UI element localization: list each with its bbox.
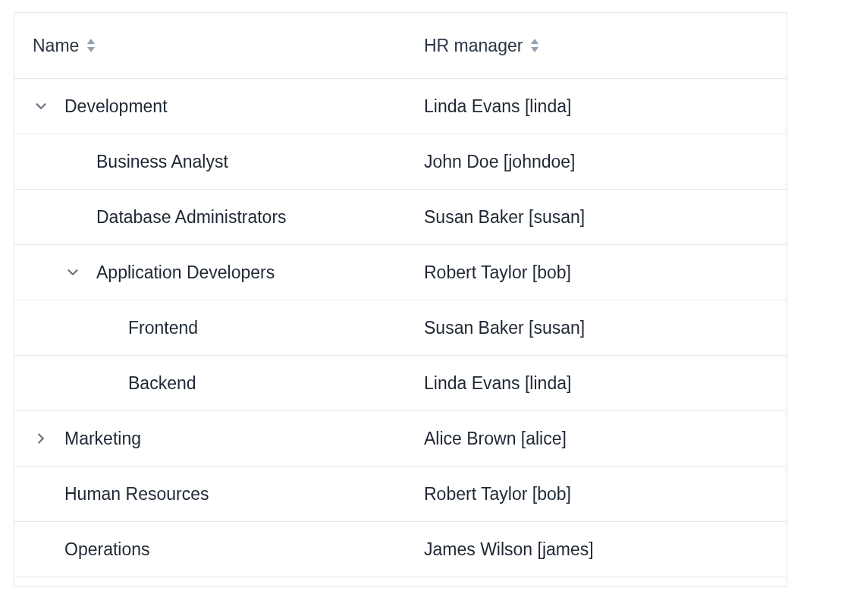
tree-row[interactable]: Database Administrators Susan Baker [sus… (14, 190, 786, 245)
chevron-down-icon[interactable] (64, 264, 81, 281)
tree-row-name: Human Resources (64, 484, 209, 504)
tree-row[interactable]: Development Linda Evans [linda] (14, 79, 786, 134)
chevron-down-icon[interactable] (33, 98, 49, 115)
tree-row[interactable]: Frontend Susan Baker [susan] (14, 300, 786, 356)
tree-row-hr-manager: Susan Baker [susan] (424, 318, 585, 338)
tree-row-name: Development (64, 96, 168, 117)
sort-icon (530, 39, 539, 52)
tree-row-name: Operations (64, 539, 150, 560)
tree-row-hr-manager: Linda Evans [linda] (424, 96, 571, 117)
tree-row-name: Business Analyst (96, 152, 228, 172)
chevron-right-icon[interactable] (33, 430, 49, 447)
tree-row[interactable]: Operations James Wilson [james] (14, 522, 786, 577)
column-header-name-label: Name (33, 36, 79, 56)
tree-table: Name HR manager (14, 12, 787, 587)
tree-row[interactable]: Application Developers Robert Taylor [bo… (14, 245, 786, 300)
tree-row-name: Marketing (64, 429, 141, 449)
column-header-hr-manager-label: HR manager (424, 36, 523, 56)
tree-row-hr-manager: Robert Taylor [bob] (424, 262, 571, 283)
tree-row[interactable]: Human Resources Robert Taylor [bob] (14, 467, 786, 522)
tree-row[interactable]: Marketing Alice Brown [alice] (14, 411, 786, 467)
tree-row-hr-manager: Robert Taylor [bob] (424, 484, 571, 504)
table-header-row: Name HR manager (14, 13, 786, 79)
tree-row-hr-manager: John Doe [johndoe] (424, 152, 576, 172)
tree-row-hr-manager: James Wilson [james] (424, 539, 594, 560)
tree-row[interactable]: Backend Linda Evans [linda] (14, 356, 786, 411)
column-header-name[interactable]: Name (33, 36, 96, 56)
tree-row-hr-manager: Alice Brown [alice] (424, 429, 567, 449)
tree-row-hr-manager: Susan Baker [susan] (424, 207, 585, 228)
tree-row[interactable]: Business Analyst John Doe [johndoe] (14, 134, 786, 190)
tree-row-name: Backend (128, 373, 196, 394)
sort-icon (86, 39, 96, 52)
tree-row-name: Application Developers (96, 262, 275, 283)
tree-row-hr-manager: Linda Evans [linda] (424, 373, 571, 394)
column-header-hr-manager[interactable]: HR manager (424, 36, 539, 56)
tree-row-name: Frontend (128, 318, 198, 338)
tree-row-name: Database Administrators (96, 207, 287, 228)
